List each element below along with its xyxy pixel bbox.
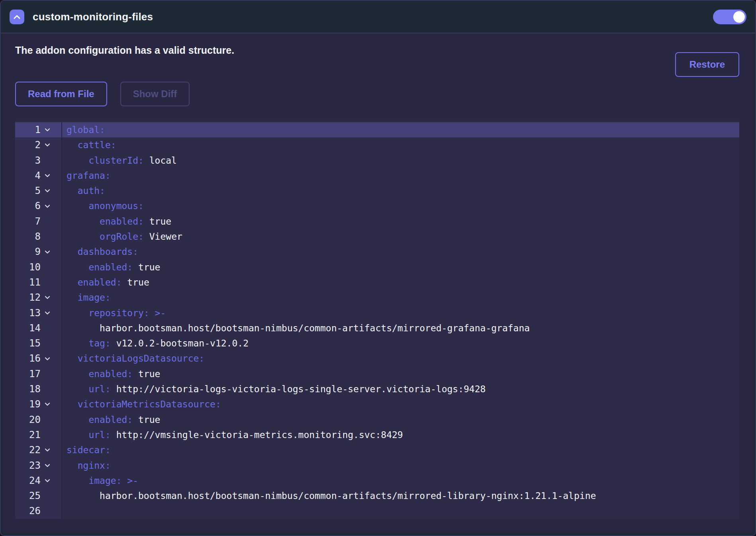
show-diff-button[interactable]: Show Diff: [120, 82, 190, 106]
code-line-content[interactable]: [62, 503, 739, 518]
editor-line[interactable]: 15 tag: v12.0.2-bootsman-v12.0.2: [15, 336, 739, 351]
code-line-content[interactable]: anonymous:: [62, 198, 739, 213]
line-gutter[interactable]: 15: [15, 336, 62, 351]
editor-line[interactable]: 16 victoriaLogsDatasource:: [15, 351, 739, 366]
line-gutter[interactable]: 25: [15, 488, 62, 503]
line-number: 12: [20, 290, 41, 305]
line-gutter[interactable]: 16: [15, 351, 62, 366]
editor-line[interactable]: 20 enabled: true: [15, 412, 739, 427]
editor-line[interactable]: 26: [15, 503, 739, 518]
code-line-content[interactable]: cattle:: [62, 137, 739, 153]
line-gutter[interactable]: 12: [15, 290, 62, 305]
line-gutter[interactable]: 13: [15, 305, 62, 321]
code-line-content[interactable]: orgRole: Viewer: [62, 229, 739, 244]
fold-chevron-icon[interactable]: [43, 189, 52, 193]
code-line-content[interactable]: tag: v12.0.2-bootsman-v12.0.2: [62, 336, 739, 351]
fold-chevron-icon[interactable]: [43, 204, 52, 208]
code-line-content[interactable]: enabled: true: [62, 412, 739, 427]
editor-line[interactable]: 6 anonymous:: [15, 198, 739, 213]
fold-chevron-icon[interactable]: [43, 402, 52, 406]
restore-button[interactable]: Restore: [675, 52, 739, 77]
line-gutter[interactable]: 21: [15, 427, 62, 442]
code-line-content[interactable]: harbor.bootsman.host/bootsman-nimbus/com…: [62, 488, 739, 503]
line-gutter[interactable]: 2: [15, 137, 62, 153]
line-gutter[interactable]: 17: [15, 366, 62, 381]
editor-line[interactable]: 4grafana:: [15, 168, 739, 183]
code-line-content[interactable]: victoriaMetricsDatasource:: [62, 397, 739, 412]
line-gutter[interactable]: 11: [15, 275, 62, 290]
token-key: enabled: [88, 415, 127, 425]
editor-line[interactable]: 8 orgRole: Viewer: [15, 229, 739, 244]
line-gutter[interactable]: 22: [15, 442, 62, 458]
line-gutter[interactable]: 4: [15, 168, 62, 183]
code-line-content[interactable]: victoriaLogsDatasource:: [62, 351, 739, 366]
fold-chevron-icon[interactable]: [43, 250, 52, 254]
editor-line[interactable]: 17 enabled: true: [15, 366, 739, 381]
code-line-content[interactable]: harbor.bootsman.host/bootsman-nimbus/com…: [62, 321, 739, 336]
editor-line[interactable]: 3 clusterId: local: [15, 153, 739, 168]
line-gutter[interactable]: 26: [15, 503, 62, 518]
fold-chevron-icon[interactable]: [43, 128, 52, 132]
line-gutter[interactable]: 19: [15, 397, 62, 412]
line-gutter[interactable]: 5: [15, 183, 62, 198]
editor-line[interactable]: 23 nginx:: [15, 458, 739, 473]
code-line-content[interactable]: url: http://vmsingle-victoria-metrics.mo…: [62, 427, 739, 442]
code-line-content[interactable]: grafana:: [62, 168, 739, 183]
code-line-content[interactable]: enabled: true: [62, 260, 739, 275]
fold-chevron-icon[interactable]: [43, 448, 52, 452]
read-from-file-button[interactable]: Read from File: [15, 82, 107, 106]
line-gutter[interactable]: 23: [15, 458, 62, 473]
code-line-content[interactable]: repository: >-: [62, 305, 739, 321]
code-line-content[interactable]: image:: [62, 290, 739, 305]
line-gutter[interactable]: 24: [15, 473, 62, 488]
editor-line[interactable]: 2 cattle:: [15, 137, 739, 153]
fold-chevron-icon[interactable]: [43, 174, 52, 178]
editor-line[interactable]: 24 image: >-: [15, 473, 739, 488]
line-gutter[interactable]: 14: [15, 321, 62, 336]
yaml-editor[interactable]: 1global:2 cattle:3 clusterId: local4graf…: [15, 121, 739, 519]
fold-chevron-icon[interactable]: [43, 464, 52, 468]
line-gutter[interactable]: 1: [15, 122, 62, 137]
code-line-content[interactable]: nginx:: [62, 458, 739, 473]
code-line-content[interactable]: enabled: true: [62, 275, 739, 290]
code-line-content[interactable]: dashboards:: [62, 244, 739, 259]
line-gutter[interactable]: 8: [15, 229, 62, 244]
line-gutter[interactable]: 10: [15, 260, 62, 275]
fold-chevron-icon[interactable]: [43, 311, 52, 315]
code-line-content[interactable]: sidecar:: [62, 442, 739, 458]
code-line-content[interactable]: url: http://victoria-logs-victoria-logs-…: [62, 381, 739, 397]
line-gutter[interactable]: 20: [15, 412, 62, 427]
fold-chevron-icon[interactable]: [43, 143, 52, 147]
editor-line[interactable]: 7 enabled: true: [15, 214, 739, 229]
code-line-content[interactable]: auth:: [62, 183, 739, 198]
line-gutter[interactable]: 18: [15, 381, 62, 397]
fold-chevron-icon[interactable]: [43, 357, 52, 361]
editor-line[interactable]: 1global:: [15, 122, 739, 137]
code-line-content[interactable]: enabled: true: [62, 366, 739, 381]
code-line-content[interactable]: clusterId: local: [62, 153, 739, 168]
editor-line[interactable]: 19 victoriaMetricsDatasource:: [15, 397, 739, 412]
editor-line[interactable]: 10 enabled: true: [15, 260, 739, 275]
editor-line[interactable]: 21 url: http://vmsingle-victoria-metrics…: [15, 427, 739, 442]
fold-chevron-icon[interactable]: [43, 479, 52, 483]
line-gutter[interactable]: 6: [15, 198, 62, 213]
fold-chevron-icon[interactable]: [43, 295, 52, 299]
line-gutter[interactable]: 3: [15, 153, 62, 168]
editor-line[interactable]: 25 harbor.bootsman.host/bootsman-nimbus/…: [15, 488, 739, 503]
editor-line[interactable]: 11 enabled: true: [15, 275, 739, 290]
code-line-content[interactable]: image: >-: [62, 473, 739, 488]
code-line-content[interactable]: global:: [62, 122, 739, 137]
editor-line[interactable]: 22sidecar:: [15, 442, 739, 458]
editor-line[interactable]: 18 url: http://victoria-logs-victoria-lo…: [15, 381, 739, 397]
code-line-content[interactable]: enabled: true: [62, 214, 739, 229]
collapse-panel-button[interactable]: [10, 10, 24, 24]
editor-line[interactable]: 9 dashboards:: [15, 244, 739, 259]
line-gutter[interactable]: 9: [15, 244, 62, 259]
editor-line[interactable]: 13 repository: >-: [15, 305, 739, 321]
addon-enabled-toggle[interactable]: [713, 10, 746, 24]
editor-line[interactable]: 5 auth:: [15, 183, 739, 198]
token-punc: :: [215, 399, 221, 409]
line-gutter[interactable]: 7: [15, 214, 62, 229]
editor-line[interactable]: 12 image:: [15, 290, 739, 305]
editor-line[interactable]: 14 harbor.bootsman.host/bootsman-nimbus/…: [15, 321, 739, 336]
